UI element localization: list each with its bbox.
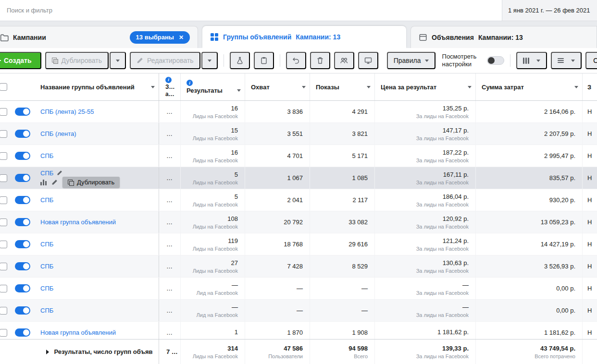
report-button[interactable]: Отчет bbox=[585, 52, 597, 69]
view-charts-icon[interactable] bbox=[40, 180, 47, 185]
row-checkbox[interactable] bbox=[0, 174, 7, 182]
info-icon[interactable] bbox=[165, 77, 172, 83]
adset-name-link[interactable]: СПБ bbox=[40, 285, 53, 292]
row-active-toggle[interactable] bbox=[15, 130, 30, 138]
table-row[interactable]: СПБ Дублировать … 5Лиды на Facebook 1 06… bbox=[0, 167, 597, 189]
footer-summary-label[interactable]: Результаты, число групп объяв bbox=[35, 340, 159, 364]
header-cost-per-result[interactable]: Цена за результат bbox=[375, 73, 476, 100]
adset-name-link[interactable]: СПБ (лента) bbox=[40, 130, 76, 137]
tab-adsets[interactable]: Группы объявлений Кампании: 13 bbox=[202, 26, 406, 48]
row-active-toggle[interactable] bbox=[15, 174, 30, 182]
adset-name-link[interactable]: СПБ bbox=[40, 241, 53, 248]
cost-per-result-cell: 135,25 р.За лиды на Facebook bbox=[375, 101, 476, 122]
duplicate-tooltip[interactable]: Дублировать bbox=[62, 177, 120, 188]
row-checkbox[interactable] bbox=[0, 108, 7, 116]
undo-button[interactable] bbox=[286, 52, 306, 69]
row-checkbox[interactable] bbox=[0, 196, 7, 204]
row-active-toggle[interactable] bbox=[15, 240, 30, 248]
table-row[interactable]: СПБ … —Лид на Facebook — — —За лиды на F… bbox=[0, 278, 597, 300]
table-row[interactable]: СПБ … 27Лиды на Facebook 7 428 8 529 130… bbox=[0, 255, 597, 278]
edit-button[interactable]: Редактировать bbox=[130, 52, 200, 69]
sort-icon[interactable] bbox=[574, 86, 578, 88]
row-checkbox[interactable] bbox=[0, 329, 7, 337]
row-checkbox[interactable] bbox=[0, 130, 7, 138]
breakdown-button[interactable] bbox=[551, 52, 582, 69]
adset-name-link[interactable]: СПБ bbox=[40, 307, 53, 314]
sort-icon[interactable] bbox=[151, 86, 155, 88]
row-toggle-cell bbox=[11, 145, 35, 167]
row-active-toggle[interactable] bbox=[15, 196, 30, 204]
sort-icon[interactable] bbox=[302, 86, 306, 88]
adset-name-link[interactable]: СПБ bbox=[40, 170, 53, 177]
header-ends[interactable]: З bbox=[583, 73, 597, 100]
table-row[interactable]: СПБ (лента) … 15Лиды на Facebook 3 551 3… bbox=[0, 123, 597, 145]
table-row[interactable]: СПБ … —Лид на Facebook — — —За лиды на F… bbox=[0, 300, 597, 322]
info-icon[interactable] bbox=[187, 80, 193, 86]
row-active-toggle[interactable] bbox=[15, 284, 30, 292]
row-active-toggle[interactable] bbox=[15, 306, 30, 315]
search-filter-input[interactable]: Поиск и фильтр bbox=[0, 0, 502, 21]
adset-name-link[interactable]: СПБ bbox=[40, 263, 53, 270]
tab-ads[interactable]: Объявления Кампании: 13 bbox=[410, 26, 597, 48]
adset-name-link[interactable]: Новая группа объявлений bbox=[40, 218, 116, 226]
edit-dropdown-button[interactable] bbox=[201, 52, 218, 69]
row-toggle-cell bbox=[11, 167, 35, 189]
row-toggle-cell bbox=[11, 189, 35, 211]
header-impressions[interactable]: Показы bbox=[310, 73, 375, 100]
sort-icon[interactable] bbox=[367, 86, 371, 88]
adset-name-link[interactable]: СПБ bbox=[40, 196, 53, 204]
header-amount-spent[interactable]: Сумма затрат bbox=[476, 73, 583, 100]
duplicate-button[interactable]: Дублировать bbox=[45, 52, 109, 69]
delete-button[interactable] bbox=[310, 52, 330, 69]
row-active-toggle[interactable] bbox=[15, 328, 30, 337]
table-row[interactable]: СПБ … 119Лиды на Facebook 18 768 29 616 … bbox=[0, 233, 597, 255]
header-results[interactable]: Результаты bbox=[181, 73, 245, 100]
edit-row-pencil-icon[interactable] bbox=[51, 179, 58, 185]
tab-campaigns[interactable]: Кампании 13 выбраны ✕ bbox=[0, 26, 198, 48]
table-row[interactable]: СПБ (лента) 25-55 … 16Лиды на Facebook 3… bbox=[0, 101, 597, 123]
row-active-toggle[interactable] bbox=[15, 108, 30, 116]
row-toggle-cell bbox=[11, 211, 35, 233]
select-all-checkbox[interactable] bbox=[0, 83, 7, 91]
delivery-cell: … bbox=[162, 145, 181, 167]
ab-test-button[interactable] bbox=[230, 52, 250, 69]
header-name[interactable]: Название группы объявлений bbox=[35, 73, 159, 100]
clear-selection-icon[interactable]: ✕ bbox=[179, 34, 184, 41]
table-row[interactable]: СПБ … 5Лиды на Facebook 2 041 2 117 186,… bbox=[0, 189, 597, 211]
date-range-picker[interactable]: 1 янв 2021 г. — 26 фев 2021 bbox=[502, 0, 597, 21]
edit-name-pencil-icon[interactable] bbox=[57, 170, 62, 176]
sort-icon[interactable] bbox=[237, 89, 241, 92]
expand-icon[interactable] bbox=[46, 350, 49, 354]
table-row[interactable]: Новая группа объявлений … 1 1 870 1 908 … bbox=[0, 322, 597, 339]
adset-name-link[interactable]: СПБ (лента) 25-55 bbox=[40, 108, 94, 115]
row-checkbox[interactable] bbox=[0, 241, 7, 248]
row-checkbox[interactable] bbox=[0, 152, 7, 160]
audience-button[interactable] bbox=[334, 52, 354, 69]
row-active-toggle[interactable] bbox=[15, 218, 30, 226]
rules-button[interactable]: Правила bbox=[387, 52, 435, 69]
row-checkbox[interactable] bbox=[0, 263, 7, 270]
row-checkbox[interactable] bbox=[0, 307, 7, 315]
selected-count-badge[interactable]: 13 выбраны ✕ bbox=[130, 31, 190, 44]
table-row[interactable]: Новая группа объявлений … 108Лиды на Fac… bbox=[0, 211, 597, 233]
results-cell: 1 bbox=[181, 322, 245, 339]
create-button[interactable]: Создать bbox=[0, 52, 41, 69]
row-hover-actions: Дублировать bbox=[40, 178, 159, 187]
row-checkbox[interactable] bbox=[0, 218, 7, 226]
duplicate-dropdown-button[interactable] bbox=[110, 52, 126, 69]
row-checkbox[interactable] bbox=[0, 285, 7, 292]
header-reach[interactable]: Охват bbox=[245, 73, 310, 100]
toggle-knob bbox=[23, 131, 29, 137]
header-delivery[interactable]: З… а… bbox=[162, 73, 181, 100]
sort-icon[interactable] bbox=[468, 86, 472, 88]
adset-name-link[interactable]: Новая группа объявлений bbox=[40, 329, 116, 336]
delivery-cell: … bbox=[162, 322, 181, 339]
table-row[interactable]: СПБ … 16Лиды на Facebook 4 701 5 171 187… bbox=[0, 145, 597, 167]
clipboard-button[interactable] bbox=[254, 52, 274, 69]
row-active-toggle[interactable] bbox=[15, 262, 30, 270]
row-active-toggle[interactable] bbox=[15, 152, 30, 160]
preview-button[interactable] bbox=[358, 52, 378, 69]
adset-name-link[interactable]: СПБ bbox=[40, 152, 53, 159]
columns-button[interactable] bbox=[516, 52, 547, 69]
view-settings-toggle[interactable] bbox=[487, 56, 504, 65]
